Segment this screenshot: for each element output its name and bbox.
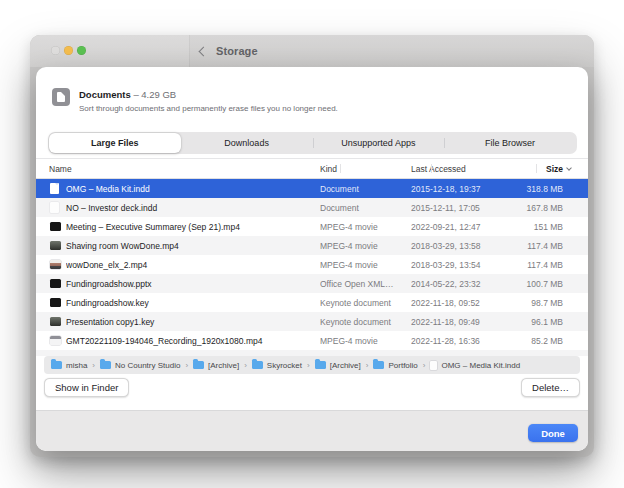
minimize-button[interactable] <box>64 46 73 55</box>
page-background: Storage Documents – 4.29 GB Sort through… <box>0 0 624 488</box>
file-name: Fundingroadshow.pptx <box>66 279 320 289</box>
file-icon-cell <box>36 241 66 250</box>
table-row[interactable]: OMG – Media Kit.inddDocument2015-12-18, … <box>36 179 588 198</box>
table-row[interactable]: wowDone_elx_2.mp4MPEG-4 movie2018-03-29,… <box>36 255 588 274</box>
file-video-dark-icon <box>50 279 61 288</box>
breadcrumb-label: misha <box>66 361 87 370</box>
traffic-lights <box>51 46 86 55</box>
file-last-accessed: 2018-03-29, 13:54 <box>411 260 516 270</box>
column-header-name[interactable]: Name <box>36 164 320 174</box>
titlebar-nav: Storage <box>200 35 258 67</box>
breadcrumb-item[interactable]: Portfolio <box>373 361 417 370</box>
breadcrumb-separator: › <box>307 361 310 370</box>
file-video-dark-icon <box>50 222 61 231</box>
breadcrumb-item[interactable]: [Archive] <box>315 361 361 370</box>
table-row[interactable]: Shaving room WowDone.mp4MPEG-4 movie2018… <box>36 236 588 255</box>
file-name: Shaving room WowDone.mp4 <box>66 241 320 251</box>
breadcrumb-label: Portfolio <box>388 361 417 370</box>
breadcrumb-item[interactable]: No Country Studio <box>100 361 180 370</box>
breadcrumb-separator: › <box>185 361 188 370</box>
breadcrumb-separator: › <box>366 361 369 370</box>
table-body: OMG – Media Kit.inddDocument2015-12-18, … <box>36 179 588 350</box>
file-kind: MPEG-4 movie <box>320 336 411 346</box>
close-button[interactable] <box>51 46 60 55</box>
breadcrumb-label: No Country Studio <box>115 361 180 370</box>
file-icon-cell <box>36 183 66 194</box>
header-divider <box>536 164 537 173</box>
sheet-title-line: Documents – 4.29 GB <box>79 89 338 100</box>
file-last-accessed: 2014-05-22, 23:32 <box>411 279 516 289</box>
breadcrumb-item[interactable]: Skyrocket <box>252 361 302 370</box>
file-icon-cell <box>36 336 66 345</box>
file-thumb-dark-icon <box>50 317 61 326</box>
file-last-accessed: 2015-12-18, 19:37 <box>411 184 516 194</box>
column-header-kind[interactable]: Kind <box>320 164 411 174</box>
breadcrumb-item[interactable]: [Archive] <box>193 361 239 370</box>
breadcrumb-item[interactable]: OMG – Media Kit.indd <box>430 361 520 370</box>
header-divider <box>340 164 341 173</box>
sheet-footer: Done <box>36 410 588 451</box>
file-table: Name Kind Last Accessed Size OMG – Media… <box>36 158 588 356</box>
table-row[interactable]: NO – Investor deck.inddDocument2015-12-1… <box>36 198 588 217</box>
table-row[interactable]: Presentation copy1.keyKeynote document20… <box>36 312 588 331</box>
file-last-accessed: 2022-11-18, 09:49 <box>411 317 516 327</box>
file-thumb-light-icon <box>50 336 61 345</box>
file-size: 100.7 MB <box>516 279 563 289</box>
done-button[interactable]: Done <box>528 424 578 442</box>
header-divider <box>431 164 432 173</box>
breadcrumb-label: Skyrocket <box>267 361 302 370</box>
file-name: GMT20221109-194046_Recording_1920x1080.m… <box>66 336 320 346</box>
file-kind: Document <box>320 203 411 213</box>
show-in-finder-button[interactable]: Show in Finder <box>44 378 129 397</box>
table-row[interactable]: Fundingroadshow.keyKeynote document2022-… <box>36 293 588 312</box>
file-size: 98.7 MB <box>516 298 563 308</box>
sheet-header: Documents – 4.29 GB Sort through documen… <box>52 88 338 113</box>
tab-large-files[interactable]: Large Files <box>49 133 181 153</box>
tab-file-browser[interactable]: File Browser <box>444 133 576 153</box>
column-header-size[interactable]: Size <box>516 164 563 174</box>
tab-downloads[interactable]: Downloads <box>181 133 313 153</box>
tab-unsupported-apps[interactable]: Unsupported Apps <box>313 133 445 153</box>
file-thumb-photo-icon <box>50 260 61 269</box>
documents-category-icon <box>52 88 70 106</box>
folder-icon <box>193 361 204 369</box>
document-icon <box>430 361 437 370</box>
file-size: 117.4 MB <box>516 260 563 270</box>
storage-window: Storage Documents – 4.29 GB Sort through… <box>30 35 594 457</box>
window-title: Storage <box>216 45 258 57</box>
folder-icon <box>373 361 384 369</box>
file-last-accessed: 2018-03-29, 13:58 <box>411 241 516 251</box>
folder-icon <box>51 361 62 369</box>
file-kind: Document <box>320 184 411 194</box>
file-kind: Keynote document <box>320 317 411 327</box>
breadcrumb-separator: › <box>92 361 95 370</box>
folder-icon <box>252 361 263 369</box>
file-document-white-icon <box>50 183 59 194</box>
file-name: OMG – Media Kit.indd <box>66 184 320 194</box>
file-icon-cell <box>36 260 66 269</box>
file-last-accessed: 2022-11-28, 16:36 <box>411 336 516 346</box>
back-button-icon[interactable] <box>199 47 209 57</box>
column-header-last-accessed[interactable]: Last Accessed <box>411 164 516 174</box>
file-icon-cell <box>36 202 66 213</box>
file-last-accessed: 2022-11-18, 09:52 <box>411 298 516 308</box>
folder-icon <box>100 361 111 369</box>
breadcrumb-item[interactable]: misha <box>51 361 87 370</box>
delete-button[interactable]: Delete… <box>521 378 580 397</box>
sheet-subtitle: Sort through documents and permanently e… <box>79 104 338 113</box>
file-name: NO – Investor deck.indd <box>66 203 320 213</box>
table-row[interactable]: Fundingroadshow.pptxOffice Open XML…2014… <box>36 274 588 293</box>
file-size: 167.8 MB <box>516 203 563 213</box>
breadcrumb-label: [Archive] <box>330 361 361 370</box>
file-kind: Keynote document <box>320 298 411 308</box>
file-name: Meeting – Executive Summarey (Sep 21).mp… <box>66 222 320 232</box>
file-kind: Office Open XML… <box>320 279 411 289</box>
breadcrumb-label: [Archive] <box>208 361 239 370</box>
column-header-size-sort[interactable] <box>563 168 588 170</box>
sheet-total-size: – 4.29 GB <box>133 89 176 100</box>
table-row[interactable]: Meeting – Executive Summarey (Sep 21).mp… <box>36 217 588 236</box>
table-row[interactable]: GMT20221109-194046_Recording_1920x1080.m… <box>36 331 588 350</box>
zoom-button[interactable] <box>77 46 86 55</box>
sheet-title: Documents <box>79 89 131 100</box>
file-size: 117.4 MB <box>516 241 563 251</box>
